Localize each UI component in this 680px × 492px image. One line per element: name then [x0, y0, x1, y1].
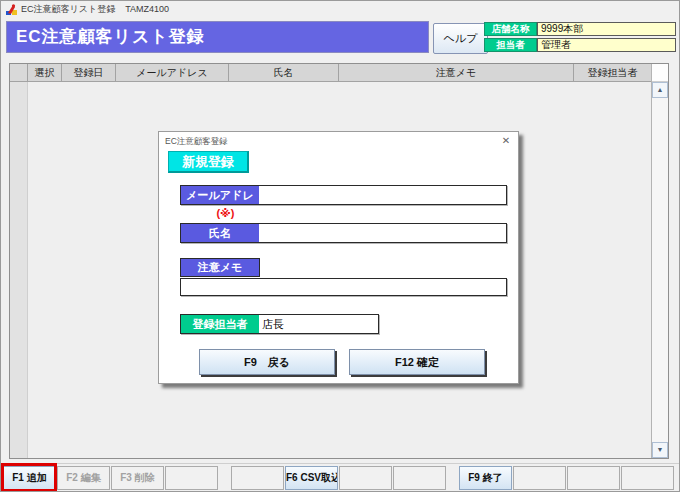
- store-name-value: 9999本部: [537, 22, 676, 36]
- scroll-down-icon[interactable]: ▼: [652, 442, 668, 458]
- fn-f3-delete-button: F3 削除: [111, 466, 164, 490]
- registration-dialog: EC注意顧客登録 ✕ 新規登録 メールアドレス(※) 氏名 注意メモ 登録担当者…: [158, 131, 519, 384]
- email-label: メールアドレス(※): [181, 186, 259, 204]
- app-icon: [6, 4, 17, 15]
- column-header-memo: 注意メモ: [339, 64, 574, 82]
- store-name-label: 店舗名称: [484, 22, 537, 36]
- registrant-input[interactable]: [259, 315, 378, 333]
- row-selector-column: [10, 82, 28, 458]
- fn-f1-add-button[interactable]: F1 追加: [3, 466, 56, 490]
- window-titlebar: EC注意顧客リスト登録 TAMZ4100: [1, 1, 679, 17]
- fn-f2-edit-button: F2 編集: [57, 466, 110, 490]
- fn-empty-button: [621, 466, 674, 490]
- fn-empty-button: [165, 466, 218, 490]
- column-header-email: メールアドレス: [116, 64, 229, 82]
- email-input[interactable]: [259, 186, 506, 204]
- name-input[interactable]: [259, 224, 506, 242]
- scrollbar-track[interactable]: [652, 98, 668, 442]
- window-title: EC注意顧客リスト登録: [21, 3, 115, 16]
- page-title: EC注意顧客リスト登録: [6, 21, 429, 53]
- window-code: TAMZ4100: [125, 4, 169, 14]
- name-field-group: 氏名: [180, 223, 507, 243]
- fn-empty-button: [513, 466, 566, 490]
- required-mark: (※): [216, 207, 234, 219]
- registrant-label: 登録担当者: [181, 315, 259, 333]
- fn-empty-button: [393, 466, 446, 490]
- fn-f6-csv-import-button[interactable]: F6 CSV取込: [285, 466, 338, 490]
- memo-label: 注意メモ: [180, 258, 260, 277]
- memo-input[interactable]: [180, 278, 507, 296]
- scroll-up-icon[interactable]: ▲: [652, 82, 668, 98]
- confirm-button[interactable]: F12 確定: [349, 349, 485, 375]
- app-window: EC注意顧客リスト登録 TAMZ4100 EC注意顧客リスト登録 ヘルプ 店舗名…: [0, 0, 680, 492]
- fn-empty-button: [339, 466, 392, 490]
- vertical-scrollbar[interactable]: ▲ ▼: [651, 64, 668, 458]
- staff-label: 担当者: [484, 38, 537, 52]
- column-header-select: 選択: [28, 64, 62, 82]
- fn-f9-exit-button[interactable]: F9 終了: [459, 466, 512, 490]
- table-header-row: 選択 登録日 メールアドレス 氏名 注意メモ 登録担当者: [10, 64, 668, 82]
- function-key-bar: F1 追加 F2 編集 F3 削除 F6 CSV取込 F9 終了: [1, 463, 680, 491]
- email-field-group: メールアドレス(※): [180, 185, 507, 205]
- staff-value: 管理者: [537, 38, 676, 52]
- column-header-regdate: 登録日: [62, 64, 116, 82]
- registrant-field-group: 登録担当者: [180, 314, 379, 334]
- help-button[interactable]: ヘルプ: [433, 23, 488, 54]
- dialog-title: EC注意顧客登録: [165, 136, 228, 148]
- row-selector-header: [10, 64, 28, 82]
- scrollbar-top-filler: [652, 64, 668, 82]
- mode-badge: 新規登録: [168, 151, 249, 173]
- column-header-registrant: 登録担当者: [574, 64, 651, 82]
- fn-empty-button: [231, 466, 284, 490]
- back-button[interactable]: F9 戻る: [199, 349, 335, 375]
- column-header-name: 氏名: [229, 64, 339, 82]
- fn-empty-button: [567, 466, 620, 490]
- close-icon[interactable]: ✕: [500, 135, 512, 146]
- name-label: 氏名: [181, 224, 259, 242]
